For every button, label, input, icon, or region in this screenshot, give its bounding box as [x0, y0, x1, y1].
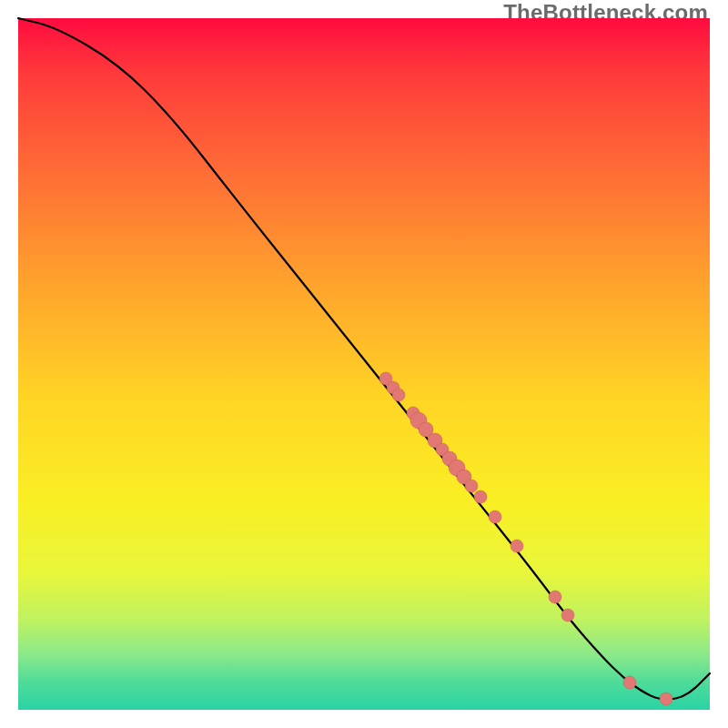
data-point: [623, 676, 636, 689]
data-point: [474, 490, 487, 503]
bottleneck-curve: [18, 18, 710, 700]
data-point: [465, 480, 478, 492]
data-point: [392, 389, 405, 401]
chart-overlay-svg: [18, 18, 710, 710]
data-point: [511, 540, 523, 552]
chart-container: TheBottleneck.com: [0, 0, 728, 728]
data-point: [489, 511, 501, 523]
data-point: [549, 591, 561, 603]
data-points-group: [379, 372, 672, 705]
data-point: [660, 693, 672, 705]
data-point: [561, 609, 574, 622]
